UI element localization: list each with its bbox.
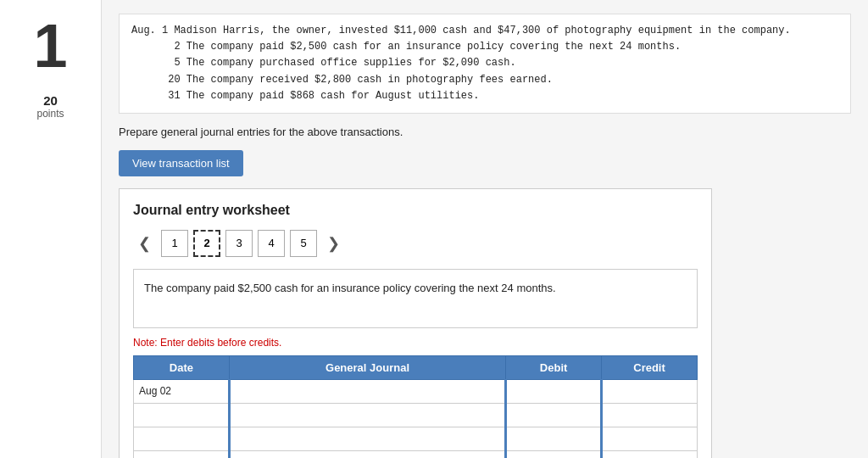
debit-cell-2[interactable] xyxy=(506,403,602,427)
col-header-general-journal: General Journal xyxy=(229,355,505,379)
nav-btn-5[interactable]: 5 xyxy=(290,230,317,257)
nav-next-button[interactable]: ❯ xyxy=(322,232,345,254)
debit-cell-3[interactable] xyxy=(506,427,602,450)
debit-cell-4[interactable] xyxy=(506,450,602,458)
date-cell-4 xyxy=(134,450,230,458)
date-cell-2 xyxy=(134,403,230,427)
credit-cell-1[interactable] xyxy=(602,379,698,403)
transaction-line-1: Aug. 1 Madison Harris, the owner, invest… xyxy=(131,23,838,39)
nav-btn-1[interactable]: 1 xyxy=(161,230,188,257)
col-header-credit: Credit xyxy=(602,355,698,379)
debit-input-4[interactable] xyxy=(507,451,600,458)
col-header-debit: Debit xyxy=(506,355,602,379)
credit-input-2[interactable] xyxy=(603,404,697,427)
points-value: 20 xyxy=(43,93,58,108)
debit-input-2[interactable] xyxy=(507,404,600,427)
general-journal-input-3[interactable] xyxy=(231,427,504,450)
table-row xyxy=(134,403,698,427)
credit-input-4[interactable] xyxy=(603,451,697,458)
points-label: points xyxy=(36,108,64,120)
credit-cell-2[interactable] xyxy=(602,403,698,427)
table-row: Aug 02 xyxy=(134,379,698,403)
nav-btn-2[interactable]: 2 xyxy=(193,230,220,257)
main-content: Aug. 1 Madison Harris, the owner, invest… xyxy=(102,0,868,458)
general-journal-input-2[interactable] xyxy=(231,404,504,427)
note-text: Note: Enter debits before credits. xyxy=(133,337,698,349)
transaction-line-2: 2 The company paid $2,500 cash for an in… xyxy=(131,39,838,55)
journal-table: Date General Journal Debit Credit Aug 02 xyxy=(133,355,698,458)
transaction-line-3: 5 The company purchased office supplies … xyxy=(131,55,838,71)
general-journal-cell-1[interactable] xyxy=(229,379,505,403)
credit-cell-3[interactable] xyxy=(602,427,698,450)
general-journal-input-1[interactable] xyxy=(231,380,504,403)
prepare-text: Prepare general journal entries for the … xyxy=(119,126,851,138)
view-transaction-button[interactable]: View transaction list xyxy=(119,150,243,176)
transaction-line-5: 31 The company paid $868 cash for August… xyxy=(131,88,838,104)
nav-btn-4[interactable]: 4 xyxy=(258,230,285,257)
nav-prev-button[interactable]: ❮ xyxy=(133,232,156,254)
question-number: 1 xyxy=(33,15,67,76)
debit-cell-1[interactable] xyxy=(506,379,602,403)
date-cell-3 xyxy=(134,427,230,450)
general-journal-cell-2[interactable] xyxy=(229,403,505,427)
credit-cell-4[interactable] xyxy=(602,450,698,458)
sidebar: 1 20 points xyxy=(0,0,102,458)
worksheet-title: Journal entry worksheet xyxy=(133,203,698,218)
credit-input-3[interactable] xyxy=(603,427,697,450)
nav-btn-3[interactable]: 3 xyxy=(225,230,253,257)
general-journal-cell-4[interactable] xyxy=(229,450,505,458)
general-journal-input-4[interactable] xyxy=(231,451,504,458)
problem-text: Aug. 1 Madison Harris, the owner, invest… xyxy=(119,14,851,114)
debit-input-1[interactable] xyxy=(507,380,600,403)
transaction-description: The company paid $2,500 cash for an insu… xyxy=(133,269,698,328)
col-header-date: Date xyxy=(134,355,230,379)
table-row xyxy=(134,427,698,450)
general-journal-cell-3[interactable] xyxy=(229,427,505,450)
table-row xyxy=(134,450,698,458)
transaction-line-4: 20 The company received $2,800 cash in p… xyxy=(131,72,838,88)
credit-input-1[interactable] xyxy=(603,380,697,403)
debit-input-3[interactable] xyxy=(507,427,600,450)
date-cell-1: Aug 02 xyxy=(134,379,230,403)
journal-entry-worksheet: Journal entry worksheet ❮ 1 2 3 4 5 ❯ Th… xyxy=(119,188,712,458)
nav-row: ❮ 1 2 3 4 5 ❯ xyxy=(133,230,698,257)
